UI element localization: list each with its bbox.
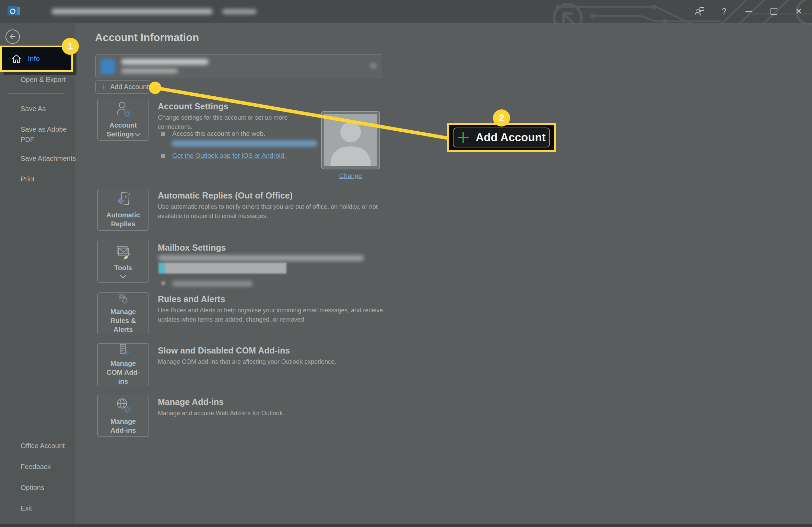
sidebar-divider: [8, 431, 64, 431]
outlook-app-icon: [8, 5, 21, 16]
manage-com-addins-tile[interactable]: Manage COM Add-ins: [97, 343, 149, 386]
title-bar: ? ✕: [0, 0, 812, 23]
help-button[interactable]: ?: [716, 3, 732, 19]
sidebar-divider: [8, 93, 64, 94]
bullet-square: [161, 154, 165, 158]
sidebar-item-feedback[interactable]: Feedback: [21, 462, 51, 471]
section-heading: Mailbox Settings: [158, 243, 226, 253]
callout-step-2: 2: [493, 109, 510, 127]
bullet-square-redacted: [161, 281, 165, 285]
tile-label: Manage Rules & Alerts: [102, 307, 145, 334]
automatic-replies-icon: [115, 191, 131, 207]
account-avatar-redacted: [101, 59, 115, 74]
add-account-label: Add Account: [110, 83, 149, 91]
rules-alerts-icon: [115, 293, 131, 304]
close-button[interactable]: ✕: [791, 3, 807, 19]
bullet-access-web: Access this account on the web.: [172, 130, 265, 137]
owa-url-link-redacted[interactable]: [172, 141, 317, 146]
person-chat-icon: [694, 7, 705, 16]
account-type-redacted: [121, 69, 178, 73]
account-selector-card[interactable]: [95, 54, 382, 78]
web-addins-icon: [115, 397, 131, 414]
back-arrow-icon: [9, 33, 16, 40]
section-heading: Slow and Disabled COM Add-ins: [158, 346, 290, 356]
mailbox-cleanup-icon: [115, 244, 132, 260]
window-bottom-edge: [0, 524, 812, 527]
sidebar-item-label: Info: [28, 55, 40, 63]
section-description: Use Rules and Alerts to help organise yo…: [158, 306, 395, 324]
sidebar-item-save-as[interactable]: Save As: [21, 104, 46, 113]
sidebar-item-save-adobe-pdf[interactable]: Save as Adobe PDF: [21, 124, 69, 145]
storage-used-segment: [158, 263, 165, 274]
sidebar-item-print[interactable]: Print: [21, 174, 35, 184]
plus-icon: [100, 84, 107, 91]
account-settings-icon: [115, 101, 131, 117]
automatic-replies-tile[interactable]: Automatic Replies: [97, 189, 149, 231]
com-addins-icon: [115, 344, 131, 356]
section-description: Change settings for this account or set …: [158, 113, 302, 132]
back-button[interactable]: [5, 29, 20, 44]
manage-rules-tile[interactable]: Manage Rules & Alerts: [97, 292, 149, 334]
account-settings-tile[interactable]: Account Settings: [97, 99, 149, 141]
get-outlook-app-link[interactable]: Get the Outlook app for iOS or Android.: [172, 152, 286, 159]
window-title-app-redacted: [222, 9, 257, 14]
person-silhouette-icon: [324, 114, 377, 166]
minimize-button[interactable]: [741, 3, 757, 19]
backstage-sidebar: [0, 23, 75, 527]
window-title-redacted: [51, 9, 213, 14]
mailbox-storage-bar: [158, 263, 286, 274]
callout-magnified-box: Add Account: [447, 123, 556, 152]
section-description: Use automatic replies to notify others t…: [158, 202, 395, 221]
tile-label: Account Settings: [104, 121, 142, 139]
home-icon: [11, 54, 22, 63]
change-photo-wrap: Change: [321, 172, 380, 180]
plus-icon: [457, 131, 469, 144]
chevron-down-icon: [135, 131, 141, 136]
add-account-button-magnified[interactable]: Add Account: [453, 128, 550, 147]
minimize-icon: [745, 11, 752, 12]
sidebar-item-options[interactable]: Options: [21, 483, 44, 492]
contact-support-button[interactable]: [692, 3, 707, 19]
chevron-down-icon: [120, 272, 126, 278]
profile-photo-placeholder: [321, 111, 380, 169]
tile-label: Manage Add-ins: [105, 417, 141, 435]
storage-amount-redacted: [172, 281, 253, 286]
account-email-redacted: [121, 59, 209, 65]
section-description: Manage COM add-ins that are affecting yo…: [158, 357, 395, 367]
tile-label: Automatic Replies: [103, 211, 144, 228]
change-photo-link[interactable]: Change: [339, 172, 362, 179]
sidebar-item-office-account[interactable]: Office Account: [21, 441, 65, 451]
outlook-backstage-window: ? ✕ Info 1 Open & Export Save As Save as…: [0, 0, 812, 527]
add-account-label: Add Account: [475, 131, 545, 144]
tile-label: Tools: [108, 263, 139, 272]
section-heading: Manage Add-ins: [158, 397, 224, 407]
section-heading: Account Settings: [158, 101, 228, 111]
add-account-button[interactable]: Add Account: [95, 80, 150, 94]
mailbox-tools-tile[interactable]: Tools: [97, 240, 149, 283]
account-dropdown-chevron[interactable]: [371, 64, 376, 68]
section-heading: Automatic Replies (Out of Office): [158, 191, 293, 201]
sidebar-item-save-attachments[interactable]: Save Attachments: [21, 154, 76, 163]
section-description: Manage and acquire Web Add-ins for Outlo…: [158, 409, 395, 418]
sidebar-item-open-export[interactable]: Open & Export: [21, 75, 66, 84]
sidebar-item-exit[interactable]: Exit: [21, 503, 32, 513]
manage-addins-tile[interactable]: Manage Add-ins: [97, 395, 149, 437]
maximize-icon: [770, 8, 777, 15]
tile-label: Manage COM Add-ins: [104, 359, 143, 386]
page-title: Account Information: [95, 32, 199, 44]
mailbox-description-redacted: [158, 255, 364, 261]
maximize-button[interactable]: [766, 3, 782, 19]
section-heading: Rules and Alerts: [158, 294, 225, 304]
bullet-square: [161, 132, 165, 136]
callout-step-1: 1: [62, 38, 79, 55]
